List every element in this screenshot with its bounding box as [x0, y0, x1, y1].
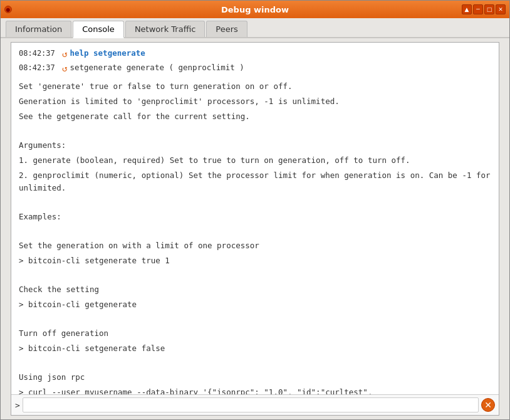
log-text-line: > bitcoin-cli setgenerate false: [19, 342, 491, 355]
console-input[interactable]: [23, 397, 479, 412]
scroll-up-icon[interactable]: ▲: [462, 4, 472, 14]
log-text-line: [19, 313, 491, 326]
log-text-block: Set 'generate' true or false to turn gen…: [19, 80, 491, 394]
log-text-line: Set 'generate' true or false to turn gen…: [19, 80, 491, 93]
debug-window: ● Debug window ▲ ─ □ ✕ Information Conso…: [0, 0, 510, 420]
log-arrow-icon: ↺: [62, 48, 67, 61]
log-text-line: > bitcoin-cli getgenerate: [19, 298, 491, 311]
tab-peers[interactable]: Peers: [206, 21, 247, 37]
log-text-line: > bitcoin-cli setgenerate true 1: [19, 255, 491, 267]
input-prompt: >: [15, 401, 20, 410]
clear-input-button[interactable]: ✕: [481, 398, 495, 412]
log-entry: 08:42:37↺help setgenerate: [19, 48, 491, 61]
log-text-line: Arguments:: [19, 139, 491, 152]
log-arrow-icon: ↺: [62, 62, 67, 75]
log-text-line: 2. genproclimit (numeric, optional) Set …: [19, 169, 491, 194]
log-text-line: See the getgenerate call for the current…: [19, 110, 491, 123]
log-text-line: [19, 125, 491, 138]
tab-bar: Information Console Network Traffic Peer…: [1, 18, 509, 38]
window-title: Debug window: [1, 5, 509, 14]
titlebar-left: ●: [4, 6, 12, 13]
titlebar-controls: ▲ ─ □ ✕: [462, 4, 506, 14]
log-text-line: [19, 357, 491, 370]
log-entry: 08:42:37↺setgenerate generate ( genprocl…: [19, 62, 491, 75]
log-command: setgenerate generate ( genproclimit ): [70, 62, 244, 74]
tab-network-traffic[interactable]: Network Traffic: [125, 21, 205, 37]
log-text-line: Set the generation on with a limit of on…: [19, 239, 491, 252]
window-menu-icon[interactable]: ●: [4, 6, 12, 13]
console-output[interactable]: 08:42:37↺help setgenerate08:42:37↺setgen…: [11, 43, 499, 394]
log-timestamp: 08:42:37: [19, 48, 60, 59]
tab-information[interactable]: Information: [6, 21, 71, 37]
log-text-line: Turn off generation: [19, 327, 491, 340]
log-text-line: [19, 270, 491, 282]
minimize-button[interactable]: ─: [473, 4, 483, 14]
log-text-line: Examples:: [19, 211, 491, 223]
log-command: help setgenerate: [70, 48, 145, 60]
log-text-line: 1. generate (boolean, required) Set to t…: [19, 154, 491, 167]
log-timestamp: 08:42:37: [19, 62, 60, 73]
maximize-button[interactable]: □: [484, 4, 494, 14]
input-bar: > ✕: [11, 394, 499, 415]
titlebar: ● Debug window ▲ ─ □ ✕: [1, 1, 509, 18]
tab-console[interactable]: Console: [73, 21, 124, 38]
console-content-area: 08:42:37↺help setgenerate08:42:37↺setgen…: [11, 42, 499, 416]
close-button[interactable]: ✕: [496, 4, 506, 14]
log-text-line: > curl --user myusername --data-binary '…: [19, 386, 491, 394]
log-text-line: [19, 226, 491, 238]
log-text-line: Check the setting: [19, 283, 491, 296]
log-text-line: Using json rpc: [19, 371, 491, 384]
log-text-line: [19, 197, 491, 209]
log-text-line: Generation is limited to 'genproclimit' …: [19, 95, 491, 108]
